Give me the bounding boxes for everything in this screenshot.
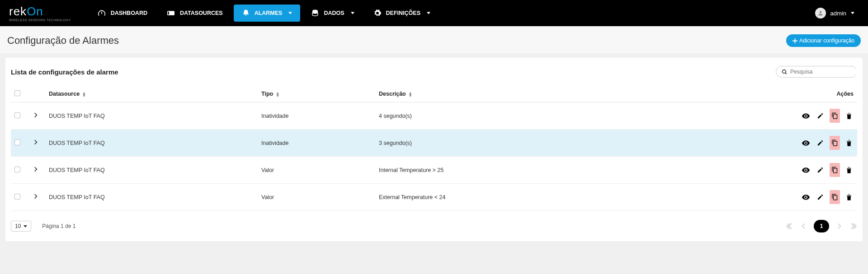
header-datasource[interactable]: Datasource bbox=[49, 91, 80, 97]
cell-datasource: DUOS TEMP IoT FAQ bbox=[49, 194, 105, 200]
expand-row-button[interactable] bbox=[33, 112, 39, 118]
edit-button[interactable] bbox=[816, 111, 825, 121]
nav-dashboard[interactable]: DASHBOARD bbox=[89, 5, 156, 21]
page-number-current[interactable]: 1 bbox=[814, 220, 829, 232]
user-name: admin bbox=[830, 10, 846, 17]
cell-tipo: Inatividade bbox=[261, 140, 288, 146]
last-page-button[interactable] bbox=[849, 222, 857, 230]
table-row: DUOS TEMP IoT FAQ Valor External Tempera… bbox=[11, 184, 857, 211]
row-checkbox[interactable] bbox=[14, 139, 20, 145]
search-input[interactable] bbox=[790, 69, 858, 75]
view-button[interactable] bbox=[801, 139, 811, 147]
header-acoes: Ações bbox=[836, 91, 854, 97]
page-size-select[interactable]: 10 bbox=[11, 221, 31, 232]
page-title: Configuração de Alarmes bbox=[7, 35, 119, 46]
cell-descricao: External Temperature < 24 bbox=[379, 194, 445, 200]
cell-datasource: DUOS TEMP IoT FAQ bbox=[49, 167, 105, 173]
table-row: DUOS TEMP IoT FAQ Valor Internal Tempera… bbox=[11, 157, 857, 184]
header-tipo[interactable]: Tipo bbox=[261, 91, 273, 97]
view-button[interactable] bbox=[801, 193, 811, 201]
delete-button[interactable] bbox=[844, 165, 854, 175]
svg-rect-1 bbox=[168, 12, 169, 14]
cell-tipo: Valor bbox=[261, 194, 274, 200]
row-checkbox[interactable] bbox=[14, 167, 20, 172]
nav-dados[interactable]: DADOS bbox=[303, 5, 362, 22]
search-box[interactable] bbox=[776, 66, 857, 78]
pagination: 1 bbox=[786, 220, 857, 232]
prev-page-button[interactable] bbox=[800, 223, 807, 230]
row-checkbox[interactable] bbox=[14, 194, 20, 200]
cell-descricao: 4 segundo(s) bbox=[379, 113, 412, 119]
nav-datasources[interactable]: DATASOURCES bbox=[158, 5, 231, 21]
gear-icon bbox=[373, 9, 382, 17]
add-config-label: Adicionar configuração bbox=[799, 37, 854, 44]
logo-subtitle: WIRELESS SENSORS TECHNOLOGY bbox=[9, 19, 71, 22]
expand-row-button[interactable] bbox=[33, 166, 39, 172]
delete-button[interactable] bbox=[844, 138, 854, 148]
navbar: rekOn WIRELESS SENSORS TECHNOLOGY DASHBO… bbox=[0, 0, 868, 26]
user-menu[interactable]: admin bbox=[811, 5, 859, 21]
search-icon bbox=[782, 69, 788, 75]
svg-line-5 bbox=[785, 73, 787, 74]
next-page-button[interactable] bbox=[835, 223, 843, 230]
chevron-down-icon bbox=[351, 12, 354, 14]
add-config-button[interactable]: Adicionar configuração bbox=[786, 34, 861, 47]
copy-button[interactable] bbox=[830, 190, 840, 204]
alarm-list-card: Lista de configurações de alarme Datasou… bbox=[5, 58, 863, 241]
sort-icon[interactable]: ▲▼ bbox=[408, 92, 412, 97]
delete-button[interactable] bbox=[844, 111, 854, 121]
database-icon bbox=[311, 9, 319, 17]
nav-definicoes-label: DEFINIÇÕES bbox=[386, 10, 420, 16]
view-button[interactable] bbox=[801, 166, 811, 174]
edit-button[interactable] bbox=[816, 165, 825, 175]
table-footer: 10 Página 1 de 1 1 bbox=[11, 220, 857, 232]
copy-button[interactable] bbox=[830, 136, 840, 150]
plus-icon bbox=[793, 38, 797, 43]
cell-datasource: DUOS TEMP IoT FAQ bbox=[49, 140, 105, 146]
chevron-down-icon bbox=[427, 12, 430, 14]
logo-part1: rek bbox=[9, 5, 27, 19]
cell-datasource: DUOS TEMP IoT FAQ bbox=[49, 113, 105, 119]
dashboard-icon bbox=[97, 9, 106, 17]
edit-button[interactable] bbox=[816, 192, 825, 202]
cell-descricao: 3 segundo(s) bbox=[379, 140, 412, 146]
svg-point-3 bbox=[819, 11, 821, 13]
first-page-button[interactable] bbox=[786, 222, 794, 230]
nav-datasources-label: DATASOURCES bbox=[180, 10, 223, 16]
sort-icon[interactable]: ▲▼ bbox=[276, 92, 280, 97]
nav-definicoes[interactable]: DEFINIÇÕES bbox=[365, 5, 439, 22]
delete-button[interactable] bbox=[844, 192, 854, 202]
svg-point-4 bbox=[783, 70, 786, 73]
nav-alarmes[interactable]: ALARMES bbox=[234, 5, 301, 22]
bell-icon bbox=[242, 9, 250, 17]
sort-icon[interactable]: ▲▼ bbox=[82, 92, 86, 97]
page-header: Configuração de Alarmes Adicionar config… bbox=[0, 26, 868, 53]
datasource-icon bbox=[166, 9, 175, 17]
row-checkbox[interactable] bbox=[14, 112, 20, 118]
view-button[interactable] bbox=[801, 112, 811, 120]
chevron-down-icon bbox=[851, 12, 854, 14]
edit-button[interactable] bbox=[816, 138, 825, 148]
copy-button[interactable] bbox=[830, 109, 840, 123]
nav-dashboard-label: DASHBOARD bbox=[111, 10, 147, 16]
chevron-down-icon bbox=[288, 12, 292, 14]
header-descricao[interactable]: Descrição bbox=[379, 91, 406, 97]
nav-dados-label: DADOS bbox=[324, 10, 344, 16]
page-size-value: 10 bbox=[15, 223, 21, 229]
cell-descricao: Internal Temperature > 25 bbox=[379, 167, 443, 173]
nav-items: DASHBOARD DATASOURCES ALARMES DADOS bbox=[89, 5, 439, 22]
cell-tipo: Inatividade bbox=[261, 113, 288, 119]
logo[interactable]: rekOn WIRELESS SENSORS TECHNOLOGY bbox=[9, 5, 71, 22]
alarm-table: Datasource ▲▼ Tipo ▲▼ Descrição ▲▼ Ações bbox=[11, 86, 857, 211]
expand-row-button[interactable] bbox=[33, 139, 39, 145]
cell-tipo: Valor bbox=[261, 167, 274, 173]
card-title: Lista de configurações de alarme bbox=[11, 68, 118, 76]
select-all-checkbox[interactable] bbox=[14, 90, 20, 96]
copy-button[interactable] bbox=[830, 163, 840, 177]
nav-alarmes-label: ALARMES bbox=[255, 10, 283, 16]
chevron-down-icon bbox=[24, 225, 27, 228]
avatar bbox=[815, 8, 826, 19]
expand-row-button[interactable] bbox=[33, 193, 39, 200]
logo-part2: On bbox=[27, 5, 43, 19]
table-row: DUOS TEMP IoT FAQ Inatividade 4 segundo(… bbox=[11, 102, 857, 130]
